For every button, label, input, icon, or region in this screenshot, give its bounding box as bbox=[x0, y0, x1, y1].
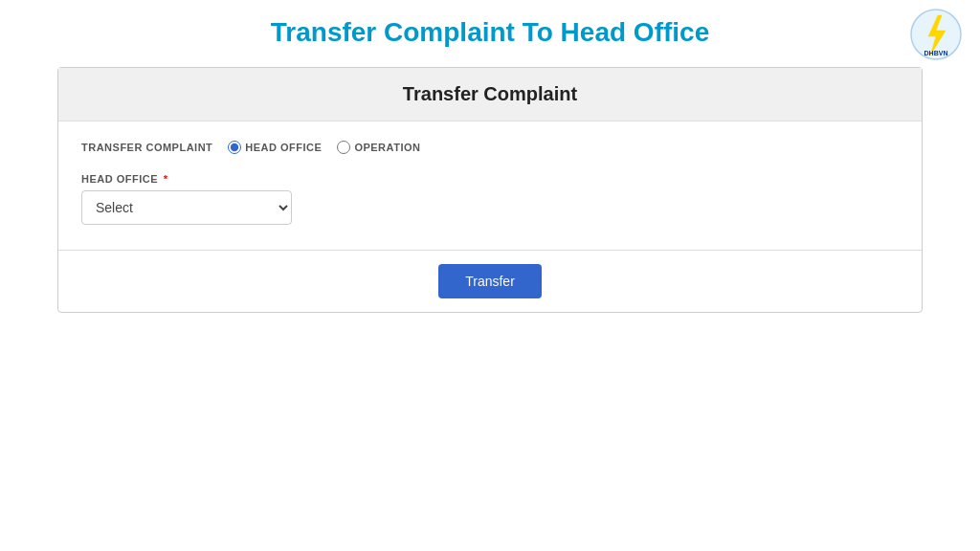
svg-text:DHBVN: DHBVN bbox=[924, 50, 948, 56]
form-header: Transfer Complaint bbox=[58, 68, 922, 121]
form-body: TRANSFER COMPLAINT HEAD OFFICE OPERATION… bbox=[58, 121, 922, 250]
transfer-button[interactable]: Transfer bbox=[438, 264, 542, 298]
radio-head-office-label: HEAD OFFICE bbox=[245, 142, 322, 153]
head-office-select[interactable]: Select bbox=[81, 190, 292, 225]
radio-operation-label: OPERATION bbox=[354, 142, 420, 153]
transfer-complaint-label: TRANSFER COMPLAINT bbox=[81, 142, 212, 153]
dhbvn-logo-icon: DHBVN bbox=[909, 8, 963, 61]
radio-option-operation[interactable]: OPERATION bbox=[337, 141, 420, 154]
form-header-title: Transfer Complaint bbox=[403, 83, 577, 104]
transfer-complaint-radio-group: TRANSFER COMPLAINT HEAD OFFICE OPERATION bbox=[81, 141, 899, 154]
form-footer: Transfer bbox=[58, 250, 922, 312]
radio-head-office[interactable] bbox=[228, 141, 241, 154]
head-office-field-label: HEAD OFFICE * bbox=[81, 173, 899, 185]
logo-area: DHBVN bbox=[909, 8, 963, 61]
radio-option-head-office[interactable]: HEAD OFFICE bbox=[228, 141, 322, 154]
page-header: Transfer Complaint To Head Office DHBVN bbox=[0, 0, 980, 57]
required-indicator: * bbox=[164, 173, 168, 185]
radio-operation[interactable] bbox=[337, 141, 350, 154]
page-title: Transfer Complaint To Head Office bbox=[271, 17, 709, 48]
form-container: Transfer Complaint TRANSFER COMPLAINT HE… bbox=[57, 67, 923, 313]
head-office-field-group: HEAD OFFICE * Select bbox=[81, 173, 899, 225]
